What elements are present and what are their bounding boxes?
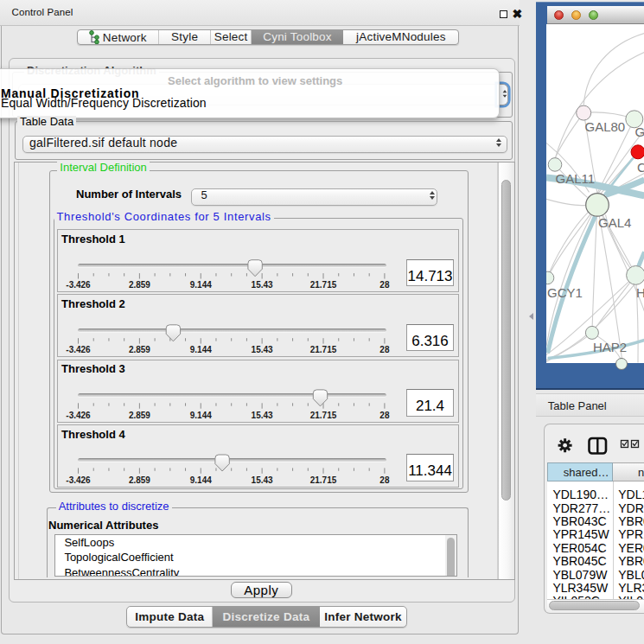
svg-text:GAL80: GAL80 [584, 118, 625, 133]
svg-text:GCY1: GCY1 [547, 285, 583, 300]
svg-text:H: H [636, 284, 644, 299]
svg-text:GAL11: GAL11 [555, 170, 595, 185]
svg-text:HAP2: HAP2 [593, 339, 627, 354]
svg-text:GA: GA [634, 124, 644, 138]
svg-text:C: C [637, 159, 644, 174]
svg-text:GAL4: GAL4 [598, 214, 631, 229]
